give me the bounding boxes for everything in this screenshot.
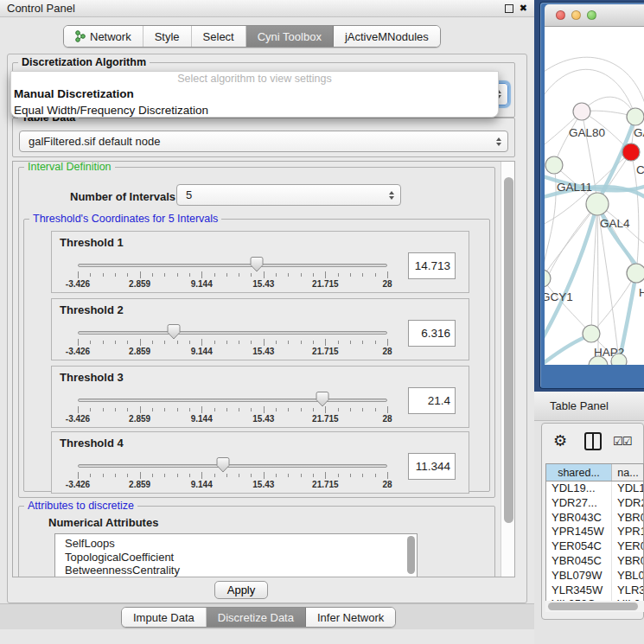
threshold-label: Threshold 2: [60, 303, 124, 316]
close-icon[interactable]: ✖: [520, 4, 527, 13]
algorithm-option[interactable]: Manual Discretization: [11, 86, 498, 102]
threshold-slider-handle[interactable]: [166, 323, 181, 343]
network-node[interactable]: [622, 143, 640, 161]
network-window-titlebar[interactable]: [545, 4, 644, 27]
tab-label: Cyni Toolbox: [258, 30, 322, 43]
attribute-list-item[interactable]: SelfLoops: [55, 537, 417, 551]
tab-style[interactable]: Style: [143, 26, 192, 47]
table-cell[interactable]: YER0: [612, 539, 644, 554]
tab-infer-network[interactable]: Infer Network: [306, 608, 395, 627]
table-cell[interactable]: YDR2: [612, 496, 644, 511]
threshold-slider-handle[interactable]: [249, 256, 264, 276]
network-edge: [597, 204, 641, 273]
table-cell[interactable]: YBR0: [612, 511, 644, 526]
threshold-slider-track[interactable]: [78, 464, 387, 468]
checkbox-selection-icon[interactable]: ☑☑: [613, 435, 631, 448]
tab-network[interactable]: Network: [64, 26, 143, 47]
table-cell[interactable]: YDR27...: [546, 496, 612, 511]
network-node[interactable]: [611, 354, 627, 365]
settings-vscrollbar-track[interactable]: [501, 162, 515, 577]
table-row[interactable]: YPR145WYPR1: [546, 525, 643, 539]
table-row[interactable]: YDR27...YDR2: [546, 496, 643, 511]
table-cell[interactable]: YDL1: [612, 481, 644, 496]
number-of-intervals-combo[interactable]: 5: [176, 184, 401, 206]
network-graph: GAL80GACGAL11GAL4GCY1HHAP2: [545, 27, 644, 365]
network-node[interactable]: [627, 264, 644, 283]
network-node-label: C: [636, 163, 644, 176]
algorithm-option[interactable]: Equal Width/Frequency Discretization: [11, 102, 498, 118]
apply-button[interactable]: Apply: [214, 581, 268, 599]
threshold-value-field[interactable]: 11.344: [408, 453, 456, 480]
threshold-label: Threshold 4: [60, 437, 124, 450]
table-cell[interactable]: YPR1: [612, 525, 644, 539]
attribute-list-item[interactable]: TopologicalCoefficient: [55, 551, 417, 564]
table-column-header[interactable]: shared...: [546, 464, 612, 481]
threshold-slider-handle[interactable]: [216, 456, 231, 476]
control-panel-titlebar: Control Panel ✖: [0, 0, 534, 17]
threshold-slider-track[interactable]: [78, 264, 387, 267]
threshold-value-field[interactable]: 14.713: [408, 252, 456, 279]
threshold-value-field[interactable]: 6.316: [408, 320, 456, 347]
tab-label: Discretize Data: [218, 611, 294, 624]
columns-icon[interactable]: [584, 432, 602, 450]
application-window: GAL80GACGAL11GAL4GCY1HHAP2 Table Panel ⚙…: [0, 0, 644, 644]
table-row[interactable]: YBL079WYBL0: [546, 569, 643, 583]
table-cell[interactable]: YBR045C: [546, 554, 612, 569]
tab-cyni-toolbox[interactable]: Cyni Toolbox: [246, 26, 334, 47]
network-node[interactable]: [627, 108, 644, 125]
network-node-label: GAL11: [557, 181, 592, 194]
table-cell[interactable]: YER054C: [546, 539, 612, 554]
combo-arrows-icon: [389, 191, 394, 200]
minimize-traffic-light-icon[interactable]: [571, 10, 581, 20]
network-node[interactable]: [586, 193, 609, 215]
table-data-combo[interactable]: galFiltered.sif default node: [19, 131, 508, 152]
close-traffic-light-icon[interactable]: [556, 10, 565, 20]
table-header: shared...na...: [546, 464, 643, 481]
table-row[interactable]: YLR345WYLR3: [546, 583, 643, 598]
threshold-slider-track[interactable]: [78, 331, 387, 335]
network-node[interactable]: [583, 325, 600, 342]
table-cell[interactable]: YDL19...: [546, 481, 612, 496]
table-row[interactable]: YDL19...YDL1: [546, 481, 643, 496]
threshold-panel: Threshold 4-3.4262.8599.14415.4321.71528…: [51, 431, 469, 494]
threshold-label: Threshold 3: [60, 371, 124, 384]
threshold-value-field[interactable]: 21.4: [408, 387, 456, 414]
table-cell[interactable]: YLR345W: [546, 583, 612, 598]
attribute-list-item[interactable]: BetweennessCentrality: [55, 564, 417, 577]
tab-label: Network: [90, 30, 131, 43]
table-row[interactable]: YBR045CYBR0: [546, 554, 643, 569]
node-attribute-table[interactable]: shared...na... YDL19...YDL1YDR27...YDR2Y…: [545, 463, 644, 603]
settings-vscrollbar-thumb[interactable]: [504, 177, 513, 523]
attributes-group-title: Attributes to discretize: [24, 500, 137, 512]
table-cell[interactable]: YBR043C: [546, 511, 612, 526]
table-cell[interactable]: YBL079W: [546, 569, 612, 583]
slider-ticks: [78, 472, 387, 480]
table-cell[interactable]: YLR3: [612, 583, 644, 598]
network-canvas[interactable]: GAL80GACGAL11GAL4GCY1HHAP2: [545, 27, 644, 365]
float-window-icon[interactable]: [505, 4, 513, 13]
attributes-list-scrollbar[interactable]: [407, 536, 415, 574]
dropdown-hint: Select algorithm to view settings: [11, 72, 498, 86]
tab-discretize-data[interactable]: Discretize Data: [207, 608, 306, 627]
network-node[interactable]: [573, 103, 590, 120]
table-hscrollbar-thumb[interactable]: [548, 603, 638, 610]
table-cell[interactable]: YBL0: [612, 569, 644, 583]
algorithm-group-title: Discretization Algorithm: [18, 56, 150, 68]
threshold-slider-track[interactable]: [78, 399, 387, 402]
gear-icon[interactable]: ⚙: [553, 431, 567, 450]
tab-impute-data[interactable]: Impute Data: [122, 608, 207, 627]
table-cell[interactable]: YPR145W: [546, 525, 612, 539]
zoom-traffic-light-icon[interactable]: [587, 10, 596, 20]
tab-select[interactable]: Select: [192, 26, 246, 47]
tab-jactivemnodules[interactable]: jActiveMNodules: [334, 26, 440, 47]
table-row[interactable]: YBR043CYBR0: [546, 511, 643, 526]
threshold-slider-handle[interactable]: [315, 391, 329, 411]
table-data-combo-value: galFiltered.sif default node: [29, 135, 160, 148]
network-node[interactable]: [545, 156, 563, 174]
combo-arrows-icon: [496, 137, 501, 146]
table-cell[interactable]: YBR0: [612, 554, 644, 569]
attributes-list[interactable]: SelfLoopsTopologicalCoefficientBetweenne…: [54, 533, 418, 577]
table-row[interactable]: YER054CYER0: [546, 539, 643, 554]
table-column-header[interactable]: na...: [612, 464, 644, 481]
threshold-panel: Threshold 2-3.4262.8599.14415.4321.71528…: [51, 298, 469, 360]
